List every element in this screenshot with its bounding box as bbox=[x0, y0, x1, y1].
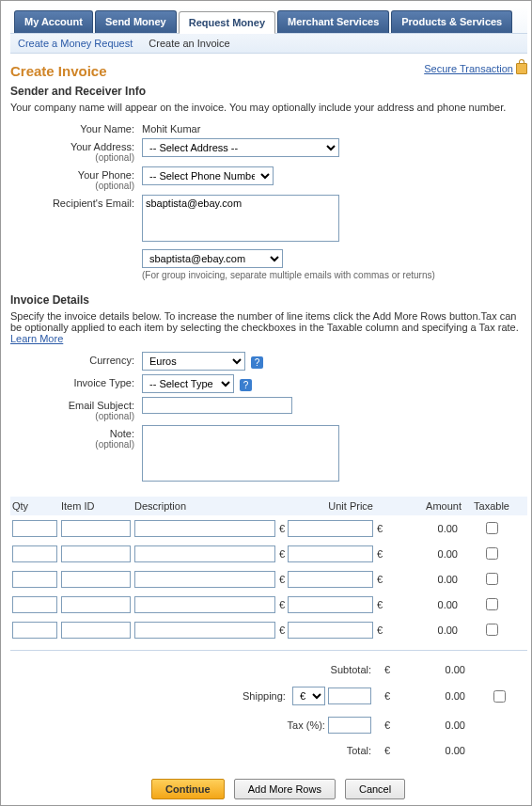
qty-input[interactable] bbox=[12, 571, 57, 588]
currency-symbol: € bbox=[279, 523, 285, 534]
currency-label: Currency: bbox=[10, 352, 142, 366]
tab-my-account[interactable]: My Account bbox=[14, 10, 93, 33]
tab-products-services[interactable]: Products & Services bbox=[391, 10, 512, 33]
taxable-checkbox[interactable] bbox=[486, 547, 498, 560]
invoice-type-select[interactable]: -- Select Type -- bbox=[142, 374, 234, 393]
taxable-checkbox[interactable] bbox=[486, 573, 498, 585]
amount-value: 0.00 bbox=[438, 624, 458, 636]
section-invoice-details-title: Invoice Details bbox=[10, 293, 527, 307]
currency-symbol: € bbox=[279, 599, 285, 610]
currency-select[interactable]: Euros bbox=[142, 352, 245, 371]
invoice-type-label: Invoice Type: bbox=[10, 374, 142, 388]
button-row: Continue Add More Rows Cancel bbox=[151, 779, 527, 799]
description-input[interactable] bbox=[134, 596, 275, 613]
email-subject-label: Email Subject: (optional) bbox=[10, 397, 142, 421]
currency-symbol: € bbox=[279, 624, 285, 636]
line-item-row: €€0.00 bbox=[10, 566, 527, 592]
currency-symbol: € bbox=[377, 624, 383, 636]
itemid-input[interactable] bbox=[61, 571, 131, 588]
shipping-currency-select[interactable]: € bbox=[292, 687, 325, 705]
your-address-label: Your Address: (optional) bbox=[10, 138, 142, 163]
sub-nav: Create a Money Request Create an Invoice bbox=[10, 34, 527, 54]
recipient-email-textarea[interactable]: sbaptista@ebay.com bbox=[142, 195, 339, 242]
currency-symbol: € bbox=[279, 548, 285, 560]
col-taxable: Taxable bbox=[465, 500, 518, 512]
unitprice-input[interactable] bbox=[288, 596, 373, 613]
qty-input[interactable] bbox=[12, 545, 57, 562]
note-textarea[interactable] bbox=[142, 425, 339, 482]
amount-value: 0.00 bbox=[438, 523, 458, 534]
currency-symbol: € bbox=[279, 574, 285, 585]
your-address-select[interactable]: -- Select Address -- bbox=[142, 138, 339, 157]
description-input[interactable] bbox=[134, 571, 275, 588]
subnav-create-invoice[interactable]: Create an Invoice bbox=[149, 38, 229, 49]
subnav-create-money-request[interactable]: Create a Money Request bbox=[18, 38, 133, 49]
email-subject-input[interactable] bbox=[142, 397, 292, 414]
shipping-value: 0.00 bbox=[446, 690, 465, 702]
your-name-value: Mohit Kumar bbox=[142, 120, 527, 134]
line-item-row: €€0.00 bbox=[10, 541, 527, 566]
amount-value: 0.00 bbox=[438, 599, 458, 610]
line-item-row: €€0.00 bbox=[10, 515, 527, 541]
itemid-input[interactable] bbox=[61, 520, 131, 537]
secure-transaction[interactable]: Secure Transaction bbox=[424, 63, 527, 74]
description-input[interactable] bbox=[134, 622, 275, 639]
tax-input[interactable] bbox=[328, 717, 371, 734]
recipient-email-label: Recipient's Email: bbox=[10, 195, 142, 209]
tab-send-money[interactable]: Send Money bbox=[95, 10, 177, 33]
note-label: Note: (optional) bbox=[10, 425, 142, 450]
line-item-row: €€0.00 bbox=[10, 592, 527, 617]
total-label: Total: bbox=[12, 745, 381, 756]
itemid-input[interactable] bbox=[61, 622, 131, 639]
col-description: Description bbox=[134, 500, 275, 512]
amount-value: 0.00 bbox=[438, 548, 458, 560]
content-area: My Account Send Money Request Money Merc… bbox=[1, 1, 532, 806]
section-sender-receiver-title: Sender and Receiver Info bbox=[10, 85, 527, 98]
currency-symbol: € bbox=[377, 523, 383, 534]
app-frame: My Account Send Money Request Money Merc… bbox=[0, 0, 532, 806]
your-phone-select[interactable]: -- Select Phone Number -- bbox=[142, 166, 274, 185]
secure-transaction-label: Secure Transaction bbox=[424, 63, 513, 74]
qty-input[interactable] bbox=[12, 520, 57, 537]
learn-more-link[interactable]: Learn More bbox=[10, 333, 63, 344]
unitprice-input[interactable] bbox=[288, 520, 373, 537]
group-invoice-hint: (For group invoicing, separate multiple … bbox=[142, 270, 527, 280]
itemid-input[interactable] bbox=[61, 545, 131, 562]
line-items-header: Qty Item ID Description Unit Price Amoun… bbox=[10, 497, 527, 515]
recipient-email-select[interactable]: sbaptista@ebay.com bbox=[142, 249, 283, 268]
add-more-rows-button[interactable]: Add More Rows bbox=[234, 779, 336, 799]
currency-symbol: € bbox=[377, 599, 383, 610]
continue-button[interactable]: Continue bbox=[151, 779, 225, 799]
shipping-taxable-checkbox[interactable] bbox=[493, 690, 506, 703]
cancel-button[interactable]: Cancel bbox=[345, 779, 405, 799]
your-phone-label: Your Phone: (optional) bbox=[10, 166, 142, 191]
tab-merchant-services[interactable]: Merchant Services bbox=[277, 10, 389, 33]
help-icon[interactable]: ? bbox=[251, 356, 263, 369]
top-tabs: My Account Send Money Request Money Merc… bbox=[10, 7, 527, 34]
shipping-label: Shipping: € bbox=[12, 687, 381, 705]
taxable-checkbox[interactable] bbox=[486, 598, 498, 610]
help-icon[interactable]: ? bbox=[240, 379, 252, 391]
divider bbox=[10, 650, 527, 651]
subtotal-value: 0.00 bbox=[446, 664, 465, 675]
shipping-input[interactable] bbox=[328, 687, 371, 704]
currency-symbol: € bbox=[384, 664, 390, 675]
description-input[interactable] bbox=[134, 520, 275, 537]
col-qty: Qty bbox=[12, 500, 57, 512]
totals-area: Subtotal: € 0.00 Shipping: € € 0.00 bbox=[10, 658, 527, 762]
tab-request-money[interactable]: Request Money bbox=[179, 11, 275, 34]
description-input[interactable] bbox=[134, 545, 275, 562]
unitprice-input[interactable] bbox=[288, 571, 373, 588]
lock-icon bbox=[516, 63, 527, 74]
qty-input[interactable] bbox=[12, 622, 57, 639]
unitprice-input[interactable] bbox=[288, 622, 373, 639]
unitprice-input[interactable] bbox=[288, 545, 373, 562]
itemid-input[interactable] bbox=[61, 596, 131, 613]
tax-value: 0.00 bbox=[446, 719, 465, 731]
taxable-checkbox[interactable] bbox=[486, 522, 498, 534]
qty-input[interactable] bbox=[12, 596, 57, 613]
col-amount: Amount bbox=[377, 500, 462, 512]
amount-value: 0.00 bbox=[438, 574, 458, 585]
taxable-checkbox[interactable] bbox=[486, 624, 498, 636]
section-invoice-details-help: Specify the invoice details below. To in… bbox=[10, 310, 527, 344]
